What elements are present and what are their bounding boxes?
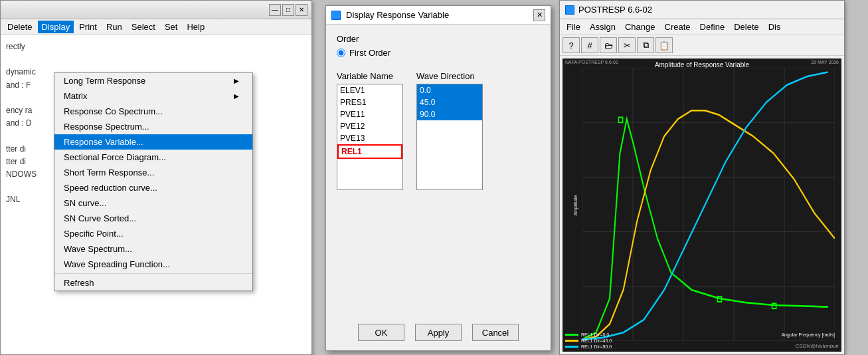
lists-section: Variable Name ELEV1 PRES1 PVE11 PVE12 PV…: [337, 71, 540, 308]
title-bar-1: — □ ✕: [1, 1, 311, 19]
toolbar-open-button[interactable]: 🗁: [600, 37, 617, 53]
legend-item-1: REL1 Dir=45.0: [565, 338, 612, 343]
menu-item-specific-point[interactable]: Specific Point...: [54, 226, 252, 241]
wave-direction-column: Wave Direction 0.0 45.0 90.0: [416, 71, 483, 308]
legend-item-0: REL1 Dir=0.0: [565, 332, 612, 337]
ok-button[interactable]: OK: [358, 324, 404, 341]
postresp-menu-change[interactable]: Change: [621, 21, 659, 33]
postresp-title-bar: POSTRESP 6.6-02: [560, 1, 844, 19]
postresp-title: POSTRESP 6.6-02: [578, 5, 652, 15]
toolbar-hash-button[interactable]: #: [581, 37, 598, 53]
chart-svg: 1 0.8 0.6 0.4 0.2 0 0.0 0.2 0.4 0.6 0.8: [582, 68, 835, 341]
radio-group-order: First Order: [337, 48, 540, 58]
minimize-button[interactable]: —: [269, 4, 281, 16]
menu-item-sectional-force[interactable]: Sectional Force Diagram...: [54, 150, 252, 165]
menu-item-matrix[interactable]: Matrix ▶: [54, 88, 252, 104]
menu-item-response-co-spectrum[interactable]: Response Co Spectrum...: [54, 104, 252, 119]
postresp-toolbar: ? # 🗁 ✂ ⧉ 📋: [560, 35, 844, 56]
chart-area: NAPA POSTRESP 6.6-02 29 MAY 2026 Amplitu…: [563, 59, 841, 352]
dialog-icon: [331, 11, 341, 20]
submenu-arrow-0: ▶: [234, 77, 239, 84]
dialog-buttons: OK Apply Cancel: [326, 317, 551, 350]
maximize-button[interactable]: □: [282, 4, 294, 16]
toolbar-paste-button[interactable]: 📋: [655, 37, 673, 53]
legend-label-1: REL1 Dir=45.0: [581, 338, 612, 343]
radio-first-order[interactable]: [337, 49, 345, 57]
dialog-title-bar: Display Response Variable ✕: [326, 6, 551, 25]
menu-window: — □ ✕ Delete Display Print Run Select Se…: [0, 0, 312, 355]
toolbar-help-button[interactable]: ?: [563, 37, 580, 53]
postresp-menu-assign[interactable]: Assign: [586, 21, 620, 33]
postresp-window: POSTRESP 6.6-02 File Assign Change Creat…: [559, 0, 845, 355]
var-rel1[interactable]: REL1: [337, 144, 402, 159]
wave-direction-listbox[interactable]: 0.0 45.0 90.0: [416, 84, 483, 190]
variable-name-listbox[interactable]: ELEV1 PRES1 PVE11 PVE12 PVE13 REL1: [337, 84, 403, 190]
var-pve11[interactable]: PVE11: [337, 108, 402, 120]
menu-run[interactable]: Run: [102, 21, 126, 33]
variable-name-label: Variable Name: [337, 71, 403, 81]
menu-item-long-term-response[interactable]: Long Term Response ▶: [54, 73, 252, 88]
dialog-close-button[interactable]: ✕: [533, 9, 545, 21]
menu-item-wave-spreading[interactable]: Wave Spreading Function...: [54, 257, 252, 272]
dir-0[interactable]: 0.0: [417, 84, 482, 96]
toolbar-cut-button[interactable]: ✂: [618, 37, 636, 53]
display-response-variable-dialog: Display Response Variable ✕ Order First …: [325, 5, 551, 351]
submenu-arrow-1: ▶: [234, 92, 239, 100]
legend-label-0: REL1 Dir=0.0: [581, 332, 609, 337]
var-pve13[interactable]: PVE13: [337, 132, 402, 144]
menu-item-sn-curve[interactable]: SN curve...: [54, 195, 252, 211]
chart-software-label: NAPA POSTRESP 6.6-02: [565, 60, 618, 64]
postresp-menu-bar: File Assign Change Create Define Delete …: [560, 19, 844, 35]
svg-rect-23: [618, 117, 622, 122]
display-dropdown-menu: Long Term Response ▶ Matrix ▶ Response C…: [54, 72, 253, 291]
var-pres1[interactable]: PRES1: [337, 96, 402, 108]
x-axis-label: Angular Frequency [rad/s]: [781, 332, 835, 337]
toolbar-copy-button[interactable]: ⧉: [637, 37, 654, 53]
postresp-menu-dis[interactable]: Dis: [764, 21, 785, 33]
variable-name-column: Variable Name ELEV1 PRES1 PVE11 PVE12 PV…: [337, 71, 403, 308]
window-content-1: rectly dynamic and : F ency ra and : D t…: [1, 35, 311, 354]
radio-first-order-label: First Order: [349, 48, 391, 58]
legend-color-2: [565, 346, 578, 348]
legend-item-2: REL1 Dir=90.0: [565, 344, 612, 349]
legend-color-0: [565, 334, 578, 336]
close-button-1[interactable]: ✕: [296, 4, 307, 16]
window-controls: — □ ✕: [269, 4, 307, 16]
cancel-button[interactable]: Cancel: [472, 324, 519, 341]
legend-label-2: REL1 Dir=90.0: [581, 344, 612, 349]
postresp-icon: [565, 5, 574, 15]
chart-legend: REL1 Dir=0.0 REL1 Dir=45.0 REL1 Dir=90.0: [565, 332, 612, 349]
postresp-menu-define[interactable]: Define: [696, 21, 729, 33]
postresp-menu-create[interactable]: Create: [661, 21, 695, 33]
y-axis-label: Amplitude: [573, 195, 578, 215]
postresp-menu-file[interactable]: File: [563, 21, 584, 33]
menu-bar-1: Delete Display Print Run Select Set Help: [1, 19, 311, 35]
watermark: CSDN@Hutunbuir: [796, 343, 839, 349]
wave-direction-label: Wave Direction: [416, 71, 483, 81]
order-section: Order First Order: [337, 34, 540, 58]
order-label: Order: [337, 34, 359, 44]
dialog-title: Display Response Variable: [346, 10, 449, 20]
menu-display[interactable]: Display: [38, 21, 74, 33]
dir-45[interactable]: 45.0: [417, 96, 482, 108]
menu-item-speed-reduction[interactable]: Speed reduction curve...: [54, 180, 252, 195]
menu-select[interactable]: Select: [128, 21, 159, 33]
menu-item-wave-spectrum[interactable]: Wave Spectrum...: [54, 241, 252, 257]
menu-separator: [54, 273, 252, 274]
menu-item-short-term-response[interactable]: Short Term Response...: [54, 165, 252, 180]
menu-item-response-variable[interactable]: Response Variable...: [54, 134, 252, 150]
menu-item-sn-curve-sorted[interactable]: SN Curve Sorted...: [54, 211, 252, 226]
chart-timestamp: 29 MAY 2026: [811, 60, 839, 64]
menu-delete[interactable]: Delete: [3, 21, 37, 33]
menu-item-response-spectrum[interactable]: Response Spectrum...: [54, 119, 252, 134]
menu-item-refresh[interactable]: Refresh: [54, 275, 252, 291]
var-elev1[interactable]: ELEV1: [337, 84, 402, 96]
menu-set[interactable]: Set: [161, 21, 182, 33]
menu-help[interactable]: Help: [183, 21, 209, 33]
var-pve12[interactable]: PVE12: [337, 120, 402, 132]
dir-90[interactable]: 90.0: [417, 108, 482, 120]
apply-button[interactable]: Apply: [415, 324, 462, 341]
dialog-body: Order First Order Variable Name ELEV1 PR…: [326, 25, 551, 317]
menu-print[interactable]: Print: [75, 21, 101, 33]
postresp-menu-delete[interactable]: Delete: [730, 21, 763, 33]
